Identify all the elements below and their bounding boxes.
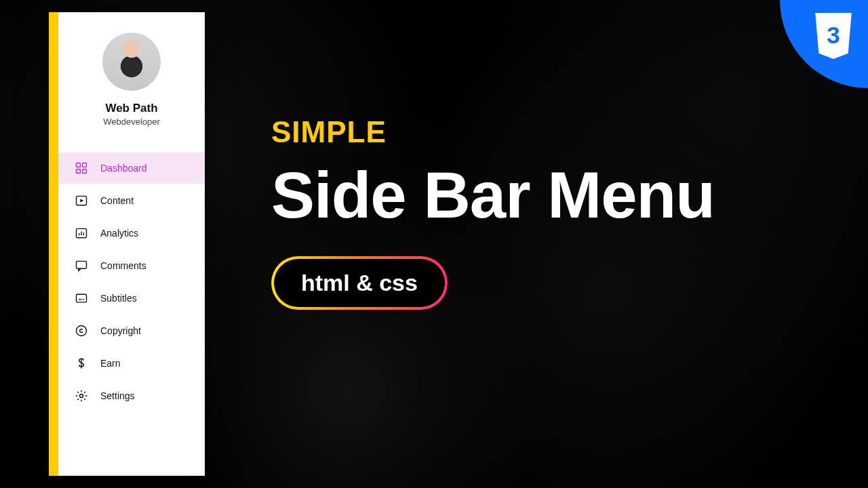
profile-role: Webdeveloper: [103, 117, 160, 127]
sidebar: Web Path Webdeveloper Dashboard Content: [49, 12, 205, 476]
copyright-icon: [75, 324, 88, 338]
sidebar-item-label: Comments: [100, 260, 146, 271]
title-block: SIMPLE Side Bar Menu html & css: [271, 115, 827, 310]
kicker-text: SIMPLE: [271, 115, 827, 149]
sidebar-item-label: Subtitles: [100, 293, 137, 304]
avatar: [102, 33, 161, 91]
css3-shield-icon: 3: [811, 12, 856, 64]
earn-icon: [75, 357, 88, 370]
subtitles-icon: [75, 291, 88, 305]
sidebar-item-label: Dashboard: [100, 163, 147, 174]
sidebar-item-label: Copyright: [100, 325, 141, 336]
sidebar-item-dashboard[interactable]: Dashboard: [58, 152, 205, 184]
sidebar-item-settings[interactable]: Settings: [58, 380, 205, 411]
sidebar-item-label: Analytics: [100, 228, 138, 239]
sidebar-item-label: Settings: [100, 390, 135, 401]
content-icon: [75, 194, 88, 207]
sidebar-item-label: Earn: [100, 358, 121, 369]
svg-marker-5: [80, 199, 83, 203]
svg-rect-2: [77, 169, 81, 174]
dashboard-icon: [75, 161, 88, 175]
sidebar-panel: Web Path Webdeveloper Dashboard Content: [58, 12, 205, 476]
accent-stripe: [49, 12, 58, 476]
menu: Dashboard Content Analytics Comments: [58, 152, 205, 411]
profile-block: Web Path Webdeveloper: [58, 28, 205, 140]
profile-name: Web Path: [105, 102, 157, 115]
svg-rect-1: [83, 163, 87, 167]
sidebar-item-subtitles[interactable]: Subtitles: [58, 283, 205, 314]
sidebar-item-label: Content: [100, 195, 134, 206]
settings-icon: [75, 389, 88, 403]
comments-icon: [75, 259, 88, 272]
heading-text: Side Bar Menu: [271, 161, 827, 229]
sidebar-item-content[interactable]: Content: [58, 185, 205, 216]
svg-rect-11: [77, 294, 87, 302]
pill-border: html & css: [271, 256, 448, 310]
sidebar-item-copyright[interactable]: Copyright: [58, 315, 205, 346]
svg-rect-0: [77, 163, 81, 167]
sidebar-item-analytics[interactable]: Analytics: [58, 218, 205, 249]
sidebar-item-earn[interactable]: Earn: [58, 348, 205, 379]
tech-pill: html & css: [274, 259, 445, 307]
sidebar-item-comments[interactable]: Comments: [58, 250, 205, 281]
svg-point-14: [77, 326, 87, 336]
svg-rect-10: [77, 261, 87, 268]
analytics-icon: [75, 226, 88, 240]
svg-rect-3: [83, 169, 87, 174]
svg-point-16: [80, 394, 83, 398]
badge-number: 3: [827, 22, 840, 48]
